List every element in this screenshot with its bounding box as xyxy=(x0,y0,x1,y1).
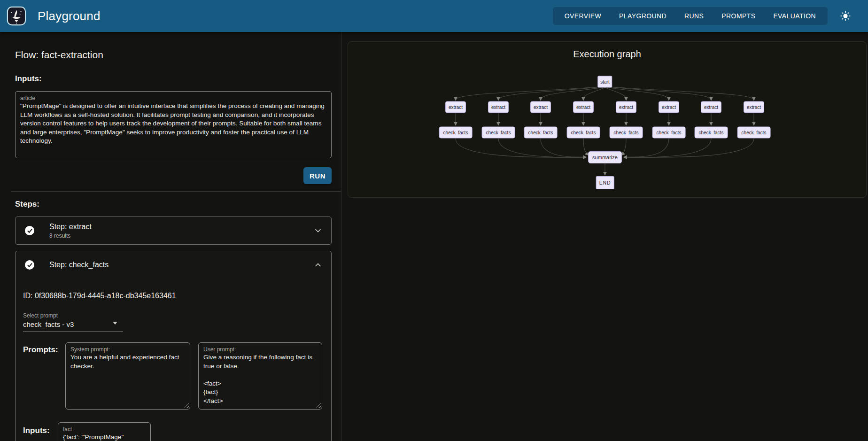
prompts-label: Prompts: xyxy=(23,345,65,410)
system-prompt-box: System prompt: You are a helpful and exp… xyxy=(65,342,190,410)
step-run-id: ID: 0f30688b-179d-4445-a18c-db345e163461 xyxy=(23,292,324,300)
article-input-box: article "PromptMage" is designed to offe… xyxy=(15,91,332,158)
system-prompt-textarea[interactable]: You are a helpful and experienced fact c… xyxy=(70,353,185,407)
graph-node-extract[interactable]: extract xyxy=(573,101,594,113)
graph-node-extract[interactable]: extract xyxy=(616,101,636,113)
main-content: Flow: fact-extraction Inputs: article "P… xyxy=(0,32,868,441)
section-divider xyxy=(11,191,341,192)
graph-node-start[interactable]: start xyxy=(597,76,612,88)
chevron-up-icon[interactable] xyxy=(314,261,322,269)
step-inputs-label: Inputs: xyxy=(23,426,50,441)
graph-node-extract[interactable]: extract xyxy=(659,101,679,113)
step-inputs-row: Inputs: fact {'fact': '"PromptMage" xyxy=(23,422,324,441)
graph-node-check-facts[interactable]: check_facts xyxy=(737,127,771,139)
step-check-facts-header[interactable]: Step: check_facts xyxy=(16,251,331,279)
graph-node-extract[interactable]: extract xyxy=(445,101,466,113)
user-prompt-textarea[interactable]: Give a reasoning if the following fact i… xyxy=(203,353,317,407)
execution-graph-card: Execution graph xyxy=(348,41,867,198)
prompt-select-value: check_facts - v3 xyxy=(23,320,123,328)
steps-label: Steps: xyxy=(15,200,331,209)
flow-panel: Flow: fact-extraction Inputs: article "P… xyxy=(0,32,341,441)
main-nav: OVERVIEW PLAYGROUND RUNS PROMPTS EVALUAT… xyxy=(553,7,828,25)
step-title: Step: extract xyxy=(49,222,314,232)
article-field-label: article xyxy=(20,94,326,102)
chevron-down-icon[interactable] xyxy=(314,227,322,234)
graph-node-check-facts[interactable]: check_facts xyxy=(695,127,728,139)
graph-node-summarize[interactable]: summarize xyxy=(588,151,622,163)
fact-textarea[interactable]: {'fact': '"PromptMage" xyxy=(63,433,146,441)
graph-node-extract[interactable]: extract xyxy=(530,101,551,113)
sun-brightness-icon xyxy=(840,10,851,22)
step-check-facts-body: ID: 0f30688b-179d-4445-a18c-db345e163461… xyxy=(16,279,331,441)
step-extract-header[interactable]: Step: extract 8 results xyxy=(16,217,331,244)
dropdown-caret-icon xyxy=(113,322,117,325)
graph-node-check-facts[interactable]: check_facts xyxy=(652,127,686,139)
nav-item-playground[interactable]: PLAYGROUND xyxy=(610,7,675,25)
prompt-select-label: Select prompt xyxy=(23,312,123,319)
step-check-facts-titles: Step: check_facts xyxy=(49,260,314,270)
graph-node-extract[interactable]: extract xyxy=(488,101,509,113)
check-circle-icon xyxy=(25,226,34,235)
promptmage-logo-icon[interactable] xyxy=(7,6,26,26)
graph-edges xyxy=(348,42,867,198)
execution-graph-canvas[interactable]: start extract extract extract extract ex… xyxy=(348,42,866,197)
check-circle-icon xyxy=(25,260,34,270)
graph-node-check-facts[interactable]: check_facts xyxy=(482,127,515,139)
flow-title: Flow: fact-extraction xyxy=(15,49,331,61)
graph-node-check-facts[interactable]: check_facts xyxy=(524,127,558,139)
step-title: Step: check_facts xyxy=(49,260,314,270)
fact-input-box: fact {'fact': '"PromptMage" xyxy=(58,422,151,441)
graph-node-extract[interactable]: extract xyxy=(744,101,764,113)
user-prompt-label: User prompt: xyxy=(203,346,317,353)
user-prompt-box: User prompt: Give a reasoning if the fol… xyxy=(198,342,322,410)
theme-toggle-button[interactable] xyxy=(836,7,855,25)
prompts-row: Prompts: System prompt: You are a helpfu… xyxy=(23,342,324,410)
run-row: RUN xyxy=(15,167,332,184)
execution-graph-panel: Execution graph xyxy=(341,32,868,441)
run-button[interactable]: RUN xyxy=(303,167,332,184)
step-results-count: 8 results xyxy=(49,232,314,240)
graph-node-end[interactable]: END xyxy=(596,176,614,189)
graph-node-check-facts[interactable]: check_facts xyxy=(567,127,600,139)
page-title: Playground xyxy=(38,9,101,23)
nav-item-overview[interactable]: OVERVIEW xyxy=(556,7,610,25)
article-textarea[interactable]: "PromptMage" is designed to offer an int… xyxy=(20,102,326,155)
graph-node-check-facts[interactable]: check_facts xyxy=(610,127,643,139)
graph-node-check-facts[interactable]: check_facts xyxy=(439,127,473,139)
step-extract-titles: Step: extract 8 results xyxy=(49,222,314,240)
fact-field-label: fact xyxy=(63,426,146,433)
nav-item-prompts[interactable]: PROMPTS xyxy=(713,7,764,25)
nav-item-evaluation[interactable]: EVALUATION xyxy=(764,7,825,25)
nav-item-runs[interactable]: RUNS xyxy=(675,7,713,25)
step-card-check-facts: Step: check_facts ID: 0f30688b-179d-4445… xyxy=(15,251,332,441)
step-card-extract: Step: extract 8 results xyxy=(15,217,332,245)
prompt-select[interactable]: Select prompt check_facts - v3 xyxy=(23,312,123,332)
inputs-label: Inputs: xyxy=(15,74,331,84)
graph-node-extract[interactable]: extract xyxy=(701,101,721,113)
system-prompt-label: System prompt: xyxy=(70,346,185,353)
app-bar: Playground OVERVIEW PLAYGROUND RUNS PROM… xyxy=(0,0,868,32)
